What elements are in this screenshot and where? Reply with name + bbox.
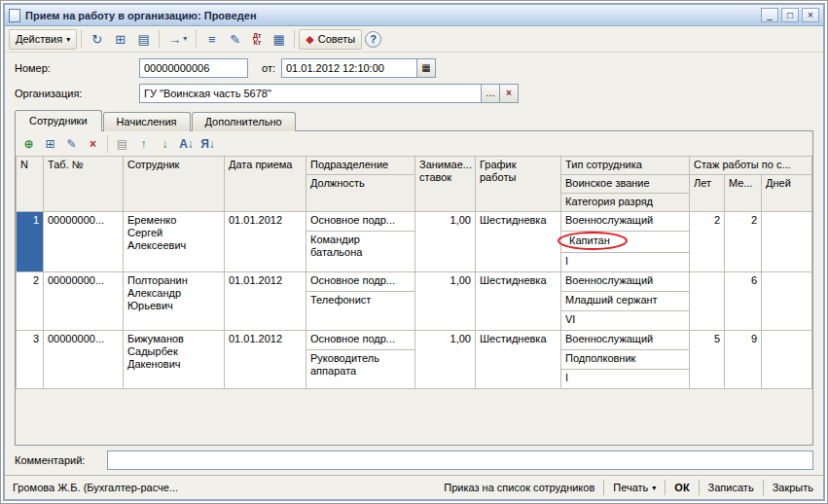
move-down-icon[interactable]: ↓ — [155, 134, 175, 154]
cell-rank[interactable]: Подполковник — [561, 350, 690, 370]
cell-n[interactable]: 1 — [17, 212, 44, 272]
date-field[interactable] — [281, 58, 417, 78]
cell-hire-date[interactable]: 01.01.2012 — [225, 272, 306, 331]
sort-desc-icon[interactable]: Я↓ — [198, 134, 218, 154]
copy-document-icon[interactable]: ⊞ — [109, 29, 131, 50]
cell-schedule[interactable]: Шестидневка — [476, 212, 561, 272]
document-movements-icon[interactable]: ▦ — [268, 29, 290, 50]
cell-tab-no[interactable]: 00000000... — [44, 212, 124, 272]
cell-rate[interactable]: 1,00 — [415, 331, 476, 389]
cell-position[interactable]: Руководитель аппарата — [306, 350, 415, 389]
col-tab-no[interactable]: Таб. № — [44, 157, 124, 212]
cell-emp-type[interactable]: Военнослужащий — [561, 272, 690, 292]
col-emp-type[interactable]: Тип сотрудника — [561, 157, 690, 175]
list-settings-icon[interactable]: ≡ — [200, 29, 223, 50]
organization-field[interactable] — [139, 84, 482, 103]
cell-rank[interactable]: Капитан — [561, 232, 690, 253]
cell-department[interactable]: Основное подр... — [306, 272, 415, 292]
col-seniority[interactable]: Стаж работы по с... — [690, 157, 812, 175]
dt-kt-icon[interactable]: Дт Кт — [247, 29, 267, 50]
cell-employee[interactable]: Полторанин Александр Юрьевич — [124, 272, 225, 331]
delete-row-icon[interactable]: × — [83, 134, 103, 154]
tab-accruals[interactable]: Начисления — [103, 112, 191, 131]
edit-row-icon[interactable]: ✎ — [61, 134, 82, 154]
close-button[interactable]: × — [802, 8, 819, 22]
cell-n[interactable]: 3 — [17, 331, 44, 389]
cell-rank[interactable]: Младший сержант — [561, 292, 690, 311]
number-field[interactable] — [139, 58, 248, 78]
cell-department[interactable]: Основное подр... — [306, 331, 415, 350]
close-form-button[interactable]: Закрыть — [771, 481, 815, 494]
choose-button[interactable]: … — [482, 84, 500, 103]
cell-days[interactable] — [762, 331, 812, 389]
cell-category[interactable]: I — [561, 253, 690, 272]
col-schedule[interactable]: График работы — [476, 157, 561, 212]
cell-rate[interactable]: 1,00 — [415, 272, 476, 331]
document-versions-icon[interactable]: ▤ — [132, 29, 155, 50]
order-list-button[interactable]: Приказ на список сотрудников — [442, 481, 596, 494]
cell-emp-type[interactable]: Военнослужащий — [561, 212, 690, 232]
cell-tab-no[interactable]: 00000000... — [44, 331, 124, 389]
cell-months[interactable]: 2 — [725, 212, 762, 272]
tab-employees[interactable]: Сотрудники — [15, 110, 102, 131]
col-days[interactable]: Дней — [762, 175, 812, 212]
cell-category[interactable]: I — [561, 370, 690, 389]
print-button[interactable]: Печать ▾ — [611, 481, 658, 494]
col-months[interactable]: Ме... — [725, 175, 762, 212]
move-up-icon[interactable]: ↑ — [133, 134, 154, 154]
add-row-icon[interactable]: ⊕ — [18, 134, 39, 154]
cell-n[interactable]: 2 — [17, 272, 44, 331]
col-rank[interactable]: Воинское звание — [561, 175, 690, 194]
status-user: Громова Ж.Б. (Бухгалтер-расче... — [13, 482, 178, 493]
col-position[interactable]: Должность — [306, 175, 415, 212]
comment-field[interactable] — [107, 450, 813, 470]
cell-years[interactable] — [690, 272, 725, 331]
cell-position[interactable]: Телефонист — [306, 292, 415, 331]
col-years[interactable]: Лет — [690, 175, 725, 212]
minimize-button[interactable]: _ — [761, 8, 778, 22]
cell-category[interactable]: VI — [561, 311, 690, 331]
cell-years[interactable]: 2 — [690, 212, 725, 272]
goto-icon[interactable]: → ▾ — [163, 29, 192, 50]
col-employee[interactable]: Сотрудник — [124, 157, 225, 212]
col-category[interactable]: Категория разряд — [561, 194, 690, 212]
cell-tab-no[interactable]: 00000000... — [44, 272, 124, 331]
col-n[interactable]: N — [17, 157, 44, 212]
edit-settings-icon[interactable]: ✎ — [224, 29, 246, 50]
cell-schedule[interactable]: Шестидневка — [476, 331, 561, 389]
chevron-down-icon: ▾ — [183, 35, 187, 43]
sort-asc-icon[interactable]: А↓ — [176, 134, 197, 154]
cell-hire-date[interactable]: 01.01.2012 — [225, 212, 306, 272]
calendar-icon[interactable]: ▦ — [417, 58, 436, 78]
cell-months[interactable]: 6 — [725, 272, 762, 331]
cell-schedule[interactable]: Шестидневка — [476, 272, 561, 331]
cell-department[interactable]: Основное подр... — [306, 212, 415, 232]
tab-additional[interactable]: Дополнительно — [192, 112, 296, 131]
title-bar[interactable]: Прием на работу в организацию: Проведен … — [5, 5, 823, 26]
cell-days[interactable] — [762, 212, 812, 272]
comment-row: Комментарий: — [15, 446, 813, 475]
cell-days[interactable] — [762, 272, 812, 331]
copy-row-icon[interactable]: ⊞ — [40, 134, 60, 154]
ok-button[interactable]: ОК — [672, 481, 691, 494]
save-button[interactable]: Записать — [706, 481, 756, 494]
reread-icon[interactable]: ↻ — [86, 29, 108, 50]
cell-position[interactable]: Командир батальона — [306, 232, 415, 272]
col-rate[interactable]: Занимае... ставок — [415, 157, 476, 212]
cell-hire-date[interactable]: 01.01.2012 — [225, 331, 306, 389]
actions-button[interactable]: Действия ▾ — [9, 29, 77, 50]
advices-button[interactable]: ◆ Советы — [299, 29, 362, 50]
cell-months[interactable]: 9 — [725, 331, 762, 389]
clear-icon[interactable]: × — [500, 84, 519, 103]
maximize-button[interactable]: □ — [781, 8, 799, 22]
cell-rate[interactable]: 1,00 — [415, 212, 476, 272]
finish-edit-icon[interactable]: ▤ — [112, 134, 132, 154]
col-hire-date[interactable]: Дата приема — [225, 157, 306, 212]
help-icon[interactable]: ? — [365, 31, 381, 48]
col-department[interactable]: Подразделение — [306, 157, 415, 175]
cell-emp-type[interactable]: Военнослужащий — [561, 331, 690, 350]
cell-employee[interactable]: Бижуманов Садырбек Дакенович — [124, 331, 225, 389]
cell-years[interactable]: 5 — [690, 331, 725, 389]
cell-employee[interactable]: Еременко Сергей Алексеевич — [124, 212, 225, 272]
number-label: Номер: — [15, 62, 139, 74]
